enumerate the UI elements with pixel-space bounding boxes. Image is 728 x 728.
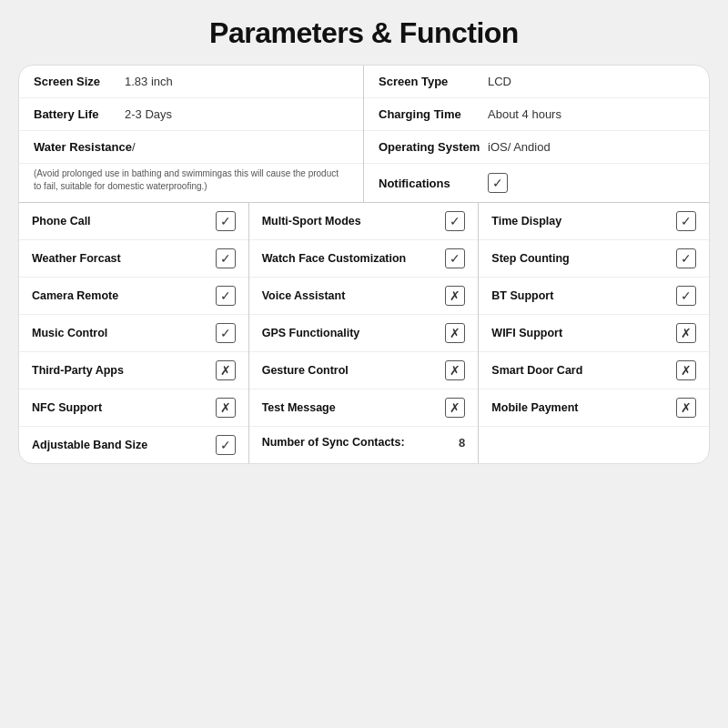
phone-call-check: [216, 211, 236, 231]
spec-value-os: iOS/ Andiod: [488, 140, 551, 154]
feature-label-time-display: Time Display: [491, 214, 561, 228]
voice-check: [445, 286, 465, 306]
feature-band: Adjustable Band Size: [19, 427, 248, 463]
feature-label-phone-call: Phone Call: [32, 214, 91, 228]
band-check: [216, 435, 236, 455]
nfc-check: [216, 398, 236, 418]
weather-check: [216, 248, 236, 268]
spec-label-os: Operating System: [379, 140, 488, 154]
spec-value-battery: 2-3 Days: [125, 107, 172, 121]
test-message-check: [445, 398, 465, 418]
feature-multi-sport: Multi-Sport Modes: [249, 203, 479, 240]
feature-time-display: Time Display: [479, 203, 709, 240]
feature-third-party: Third-Party Apps: [19, 352, 248, 389]
feature-label-multi-sport: Multi-Sport Modes: [262, 214, 361, 228]
feature-label-voice: Voice Assistant: [262, 288, 346, 303]
spec-row-os: Operating System iOS/ Andiod: [364, 131, 709, 164]
spec-label-charging: Charging Time: [379, 107, 488, 121]
features-col3: Time Display Step Counting BT Support WI…: [479, 203, 709, 463]
gps-check: [445, 323, 465, 343]
feature-label-nfc: NFC Support: [32, 400, 102, 415]
features-col1: Phone Call Weather Forcast Camera Remote…: [19, 203, 249, 463]
feature-music: Music Control: [19, 315, 248, 352]
bt-check: [676, 286, 696, 306]
feature-test-message: Test Message: [249, 389, 479, 427]
features-col2: Multi-Sport Modes Watch Face Customizati…: [249, 203, 480, 463]
spec-row-notifications: Notifications: [364, 164, 709, 202]
feature-sync-contacts: Number of Sync Contacts: 8: [249, 427, 479, 458]
sync-contacts-value: 8: [459, 436, 465, 450]
feature-nfc: NFC Support: [19, 389, 248, 427]
feature-gesture: Gesture Control: [249, 352, 479, 389]
feature-mobile-payment: Mobile Payment: [479, 389, 709, 427]
camera-check: [216, 286, 236, 306]
feature-label-watch-face: Watch Face Customization: [262, 251, 407, 266]
smart-door-check: [676, 360, 696, 380]
spec-row-battery: Battery Life 2-3 Days: [19, 98, 363, 131]
spec-row-water: Water Resistance /: [19, 131, 363, 164]
water-resistance-note: (Avoid prolonged use in bathing and swim…: [19, 164, 363, 202]
feature-label-weather: Weather Forcast: [32, 251, 121, 266]
specs-right: Screen Type LCD Charging Time About 4 ho…: [364, 66, 709, 202]
feature-step-counting: Step Counting: [479, 240, 709, 278]
feature-watch-face: Watch Face Customization: [249, 240, 479, 278]
feature-label-gesture: Gesture Control: [262, 363, 349, 378]
specs-left: Screen Size 1.83 inch Battery Life 2-3 D…: [19, 66, 364, 202]
spec-label-battery: Battery Life: [34, 107, 125, 121]
spec-label-screen-size: Screen Size: [34, 75, 125, 88]
feature-label-bt: BT Support: [491, 288, 553, 303]
notifications-check-icon: [488, 173, 508, 193]
spec-value-charging: About 4 hours: [488, 107, 561, 121]
feature-camera: Camera Remote: [19, 278, 248, 315]
feature-empty: [479, 427, 709, 443]
feature-label-camera: Camera Remote: [32, 288, 118, 303]
spec-value-screen-type: LCD: [488, 75, 511, 88]
third-party-check: [216, 360, 236, 380]
page: Parameters & Function Screen Size 1.83 i…: [0, 0, 728, 728]
feature-gps: GPS Functionality: [249, 315, 479, 352]
spec-label-water: Water Resistance: [34, 140, 132, 154]
time-display-check: [676, 211, 696, 231]
feature-bt: BT Support: [479, 278, 709, 315]
spec-label-notifications: Notifications: [379, 177, 488, 190]
feature-label-third-party: Third-Party Apps: [32, 363, 124, 378]
spec-row-screen-size: Screen Size 1.83 inch: [19, 66, 363, 98]
features-section: Phone Call Weather Forcast Camera Remote…: [19, 203, 709, 463]
feature-weather: Weather Forcast: [19, 240, 248, 278]
feature-label-wifi: WIFI Support: [491, 326, 562, 340]
feature-label-music: Music Control: [32, 326, 107, 340]
feature-smart-door: Smart Door Card: [479, 352, 709, 389]
feature-phone-call: Phone Call: [19, 203, 248, 240]
spec-value-water: /: [132, 140, 136, 154]
page-title: Parameters & Function: [209, 16, 519, 50]
music-check: [216, 323, 236, 343]
feature-label-smart-door: Smart Door Card: [491, 363, 582, 378]
watch-face-check: [445, 248, 465, 268]
step-counting-check: [676, 248, 696, 268]
wifi-check: [676, 323, 696, 343]
mobile-payment-check: [676, 398, 696, 418]
spec-label-screen-type: Screen Type: [379, 75, 488, 88]
feature-label-step-counting: Step Counting: [491, 251, 569, 266]
spec-row-screen-type: Screen Type LCD: [364, 66, 709, 98]
specs-section: Screen Size 1.83 inch Battery Life 2-3 D…: [19, 66, 709, 203]
spec-value-screen-size: 1.83 inch: [125, 75, 173, 88]
gesture-check: [445, 360, 465, 380]
feature-label-gps: GPS Functionality: [262, 326, 360, 340]
spec-row-charging: Charging Time About 4 hours: [364, 98, 709, 131]
feature-wifi: WIFI Support: [479, 315, 709, 352]
feature-label-sync-contacts: Number of Sync Contacts:: [262, 435, 405, 450]
feature-label-mobile-payment: Mobile Payment: [491, 400, 578, 415]
multi-sport-check: [445, 211, 465, 231]
specs-card: Screen Size 1.83 inch Battery Life 2-3 D…: [18, 65, 710, 464]
feature-voice: Voice Assistant: [249, 278, 479, 315]
feature-label-test-message: Test Message: [262, 400, 336, 415]
feature-label-band: Adjustable Band Size: [32, 438, 147, 452]
